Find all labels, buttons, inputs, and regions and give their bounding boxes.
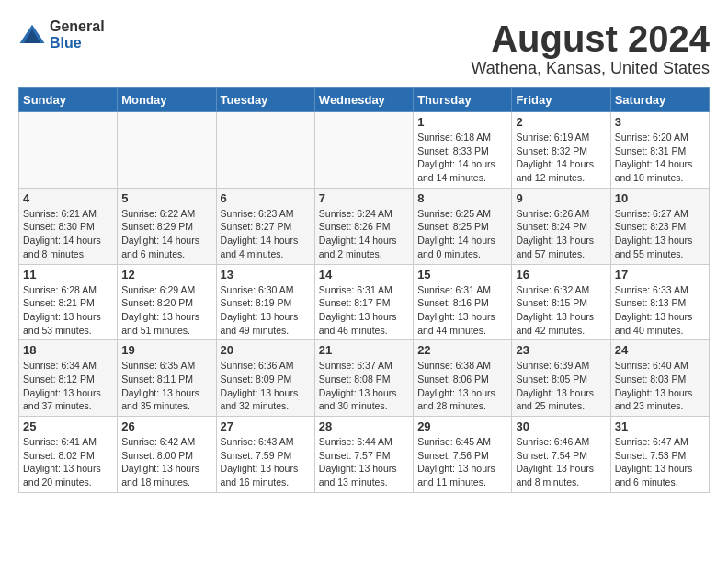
- day-number: 15: [417, 268, 507, 282]
- calendar-cell: 5Sunrise: 6:22 AMSunset: 8:29 PMDaylight…: [118, 188, 216, 264]
- day-info: Sunrise: 6:46 AMSunset: 7:54 PMDaylight:…: [516, 435, 606, 489]
- day-number: 27: [221, 419, 311, 433]
- day-number: 7: [319, 191, 409, 205]
- day-number: 8: [417, 191, 507, 205]
- calendar-week-4: 18Sunrise: 6:34 AMSunset: 8:12 PMDayligh…: [19, 340, 710, 417]
- day-info: Sunrise: 6:34 AMSunset: 8:12 PMDaylight:…: [23, 359, 113, 413]
- calendar-header: SundayMondayTuesdayWednesdayThursdayFrid…: [19, 88, 710, 112]
- day-number: 25: [23, 419, 113, 433]
- day-info: Sunrise: 6:37 AMSunset: 8:08 PMDaylight:…: [319, 359, 409, 413]
- day-info: Sunrise: 6:47 AMSunset: 7:53 PMDaylight:…: [615, 435, 705, 489]
- calendar-cell: 3Sunrise: 6:20 AMSunset: 8:31 PMDaylight…: [610, 112, 709, 189]
- calendar-cell: 21Sunrise: 6:37 AMSunset: 8:08 PMDayligh…: [314, 340, 413, 417]
- day-number: 16: [516, 268, 606, 282]
- day-number: 6: [221, 191, 311, 205]
- header-cell-saturday: Saturday: [610, 88, 709, 112]
- day-number: 12: [121, 268, 211, 282]
- day-info: Sunrise: 6:39 AMSunset: 8:05 PMDaylight:…: [516, 359, 606, 413]
- page-header: General Blue August 2024 Wathena, Kansas…: [18, 18, 710, 78]
- calendar-cell: [314, 112, 413, 189]
- header-cell-sunday: Sunday: [19, 88, 118, 112]
- day-info: Sunrise: 6:43 AMSunset: 7:59 PMDaylight:…: [221, 435, 311, 489]
- day-number: 24: [615, 343, 705, 357]
- calendar-cell: 27Sunrise: 6:43 AMSunset: 7:59 PMDayligh…: [216, 417, 314, 493]
- calendar-cell: [118, 112, 216, 189]
- calendar-table: SundayMondayTuesdayWednesdayThursdayFrid…: [18, 87, 710, 493]
- day-number: 28: [319, 419, 409, 433]
- day-info: Sunrise: 6:36 AMSunset: 8:09 PMDaylight:…: [221, 359, 311, 413]
- calendar-cell: 30Sunrise: 6:46 AMSunset: 7:54 PMDayligh…: [512, 417, 610, 493]
- day-info: Sunrise: 6:25 AMSunset: 8:25 PMDaylight:…: [417, 207, 507, 261]
- day-number: 23: [516, 343, 606, 357]
- day-info: Sunrise: 6:35 AMSunset: 8:11 PMDaylight:…: [121, 359, 211, 413]
- day-info: Sunrise: 6:41 AMSunset: 8:02 PMDaylight:…: [23, 435, 113, 489]
- header-cell-thursday: Thursday: [414, 88, 512, 112]
- day-info: Sunrise: 6:31 AMSunset: 8:16 PMDaylight:…: [417, 283, 507, 338]
- header-row: SundayMondayTuesdayWednesdayThursdayFrid…: [19, 88, 710, 112]
- calendar-week-5: 25Sunrise: 6:41 AMSunset: 8:02 PMDayligh…: [19, 417, 710, 493]
- calendar-cell: 8Sunrise: 6:25 AMSunset: 8:25 PMDaylight…: [414, 188, 512, 264]
- calendar-week-3: 11Sunrise: 6:28 AMSunset: 8:21 PMDayligh…: [19, 264, 710, 340]
- day-number: 2: [516, 115, 606, 129]
- day-info: Sunrise: 6:40 AMSunset: 8:03 PMDaylight:…: [615, 359, 705, 413]
- day-info: Sunrise: 6:21 AMSunset: 8:30 PMDaylight:…: [23, 207, 113, 261]
- day-number: 26: [121, 419, 211, 433]
- day-number: 18: [23, 343, 113, 357]
- calendar-cell: 10Sunrise: 6:27 AMSunset: 8:23 PMDayligh…: [610, 188, 709, 264]
- day-number: 22: [417, 343, 507, 357]
- day-number: 14: [319, 268, 409, 282]
- day-number: 4: [23, 191, 113, 205]
- header-cell-tuesday: Tuesday: [216, 88, 314, 112]
- day-number: 17: [615, 268, 705, 282]
- calendar-cell: 19Sunrise: 6:35 AMSunset: 8:11 PMDayligh…: [118, 340, 216, 417]
- calendar-cell: 9Sunrise: 6:26 AMSunset: 8:24 PMDaylight…: [512, 188, 610, 264]
- day-info: Sunrise: 6:23 AMSunset: 8:27 PMDaylight:…: [221, 207, 311, 261]
- day-info: Sunrise: 6:26 AMSunset: 8:24 PMDaylight:…: [516, 207, 606, 261]
- day-info: Sunrise: 6:31 AMSunset: 8:17 PMDaylight:…: [319, 283, 409, 338]
- calendar-cell: 25Sunrise: 6:41 AMSunset: 8:02 PMDayligh…: [19, 417, 118, 493]
- calendar-cell: 7Sunrise: 6:24 AMSunset: 8:26 PMDaylight…: [314, 188, 413, 264]
- day-info: Sunrise: 6:20 AMSunset: 8:31 PMDaylight:…: [615, 131, 705, 185]
- calendar-week-2: 4Sunrise: 6:21 AMSunset: 8:30 PMDaylight…: [19, 188, 710, 264]
- header-cell-friday: Friday: [512, 88, 610, 112]
- calendar-cell: 13Sunrise: 6:30 AMSunset: 8:19 PMDayligh…: [216, 264, 314, 340]
- day-info: Sunrise: 6:33 AMSunset: 8:13 PMDaylight:…: [615, 283, 705, 338]
- calendar-cell: 6Sunrise: 6:23 AMSunset: 8:27 PMDaylight…: [216, 188, 314, 264]
- calendar-cell: 14Sunrise: 6:31 AMSunset: 8:17 PMDayligh…: [314, 264, 413, 340]
- calendar-body: 1Sunrise: 6:18 AMSunset: 8:33 PMDaylight…: [19, 112, 710, 493]
- day-info: Sunrise: 6:22 AMSunset: 8:29 PMDaylight:…: [121, 207, 211, 261]
- calendar-week-1: 1Sunrise: 6:18 AMSunset: 8:33 PMDaylight…: [19, 112, 710, 189]
- day-info: Sunrise: 6:45 AMSunset: 7:56 PMDaylight:…: [417, 435, 507, 489]
- day-info: Sunrise: 6:30 AMSunset: 8:19 PMDaylight:…: [221, 283, 311, 338]
- day-number: 3: [615, 115, 705, 129]
- day-number: 13: [221, 268, 311, 282]
- day-number: 19: [121, 343, 211, 357]
- calendar-cell: [216, 112, 314, 189]
- calendar-cell: 16Sunrise: 6:32 AMSunset: 8:15 PMDayligh…: [512, 264, 610, 340]
- calendar-cell: 20Sunrise: 6:36 AMSunset: 8:09 PMDayligh…: [216, 340, 314, 417]
- header-cell-wednesday: Wednesday: [314, 88, 413, 112]
- day-number: 1: [417, 115, 507, 129]
- day-info: Sunrise: 6:19 AMSunset: 8:32 PMDaylight:…: [516, 131, 606, 185]
- day-number: 30: [516, 419, 606, 433]
- title-block: August 2024 Wathena, Kansas, United Stat…: [472, 18, 710, 78]
- calendar-cell: 26Sunrise: 6:42 AMSunset: 8:00 PMDayligh…: [118, 417, 216, 493]
- calendar-cell: 23Sunrise: 6:39 AMSunset: 8:05 PMDayligh…: [512, 340, 610, 417]
- calendar-cell: 28Sunrise: 6:44 AMSunset: 7:57 PMDayligh…: [314, 417, 413, 493]
- day-info: Sunrise: 6:29 AMSunset: 8:20 PMDaylight:…: [121, 283, 211, 338]
- day-info: Sunrise: 6:27 AMSunset: 8:23 PMDaylight:…: [615, 207, 705, 261]
- day-info: Sunrise: 6:38 AMSunset: 8:06 PMDaylight:…: [417, 359, 507, 413]
- calendar-cell: 15Sunrise: 6:31 AMSunset: 8:16 PMDayligh…: [414, 264, 512, 340]
- calendar-cell: 29Sunrise: 6:45 AMSunset: 7:56 PMDayligh…: [414, 417, 512, 493]
- logo-text: General Blue: [50, 18, 105, 51]
- logo-icon: [18, 21, 46, 49]
- day-number: 29: [417, 419, 507, 433]
- calendar-cell: 2Sunrise: 6:19 AMSunset: 8:32 PMDaylight…: [512, 112, 610, 189]
- day-number: 5: [121, 191, 211, 205]
- calendar-cell: 12Sunrise: 6:29 AMSunset: 8:20 PMDayligh…: [118, 264, 216, 340]
- day-info: Sunrise: 6:24 AMSunset: 8:26 PMDaylight:…: [319, 207, 409, 261]
- day-number: 10: [615, 191, 705, 205]
- main-title: August 2024: [472, 18, 710, 59]
- calendar-cell: 17Sunrise: 6:33 AMSunset: 8:13 PMDayligh…: [610, 264, 709, 340]
- day-number: 21: [319, 343, 409, 357]
